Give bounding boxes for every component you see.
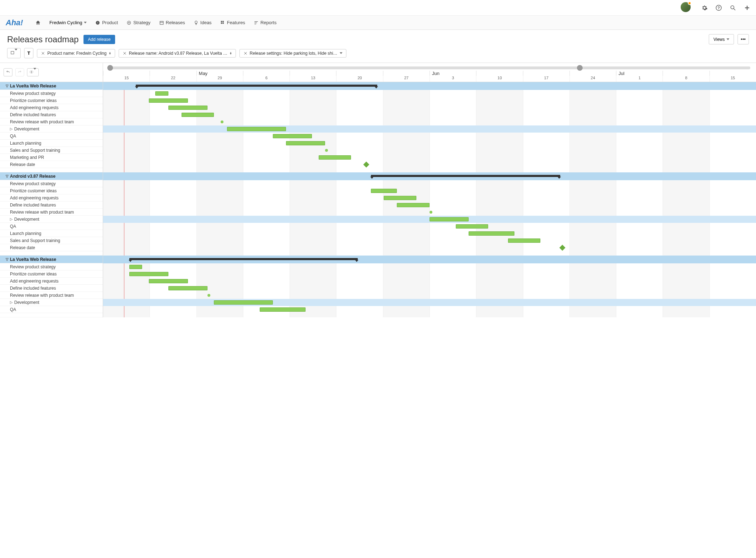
task-row[interactable]: Review product strategy	[0, 90, 103, 97]
more-button[interactable]: •••	[738, 34, 749, 44]
task-row[interactable]: Launch planning	[0, 140, 103, 147]
milestone-diamond[interactable]	[363, 162, 369, 168]
date-filter-button[interactable]	[7, 48, 21, 58]
task-row[interactable]: Add engineering requests	[0, 194, 103, 202]
summary-bar[interactable]	[129, 258, 358, 260]
task-row[interactable]: ▷Development	[0, 299, 103, 306]
task-bar[interactable]	[168, 286, 207, 290]
redo-button[interactable]	[15, 68, 24, 76]
month-label	[523, 71, 569, 76]
gear-icon[interactable]	[701, 5, 708, 11]
close-icon[interactable]	[41, 51, 45, 55]
summary-bar[interactable]	[371, 175, 560, 177]
avatar[interactable]	[681, 2, 691, 13]
release-header-row[interactable]: ▽La Vuelta Web Release	[0, 82, 103, 90]
slider-thumb-left[interactable]	[107, 65, 113, 71]
task-bar[interactable]	[508, 238, 541, 243]
row-label: Add engineering requests	[10, 195, 59, 200]
task-row[interactable]: Add engineering requests	[0, 104, 103, 111]
filter-settings[interactable]: Release settings: Hide parking lots, Hid…	[239, 49, 346, 58]
task-row[interactable]: Sales and Support training	[0, 147, 103, 154]
product-selector[interactable]: Fredwin Cycling	[49, 20, 87, 25]
task-row[interactable]: Marketing and PR	[0, 154, 103, 161]
text-filter-button[interactable]: T	[24, 48, 33, 58]
release-header-row[interactable]: ▽Android v3.87 Release	[0, 172, 103, 180]
task-bar[interactable]	[397, 203, 430, 207]
task-row[interactable]: Define included features	[0, 285, 103, 292]
task-row[interactable]: QA	[0, 306, 103, 313]
task-row[interactable]: Review product strategy	[0, 263, 103, 270]
row-label: Launch planning	[10, 141, 41, 146]
chart-row	[103, 244, 756, 251]
help-icon[interactable]: ?	[716, 5, 722, 11]
zoom-slider[interactable]	[109, 66, 750, 69]
task-row[interactable]: Review release with product team	[0, 118, 103, 125]
row-label: QA	[10, 307, 16, 312]
task-bar[interactable]	[182, 113, 214, 117]
task-row[interactable]: Prioritize customer ideas	[0, 270, 103, 278]
task-row[interactable]: Prioritize customer ideas	[0, 97, 103, 104]
task-bar[interactable]	[155, 91, 168, 96]
task-row[interactable]: Define included features	[0, 202, 103, 209]
task-row[interactable]: Review product strategy	[0, 180, 103, 187]
filter-product[interactable]: Product name: Fredwin Cycling ▲▼	[37, 49, 115, 58]
task-row[interactable]: Review release with product team	[0, 292, 103, 299]
task-bar[interactable]	[214, 300, 272, 305]
day-label: 3	[430, 76, 476, 82]
milestone-dot[interactable]	[221, 120, 223, 123]
task-row[interactable]: Add engineering requests	[0, 278, 103, 285]
views-button[interactable]: Views	[709, 34, 734, 44]
task-bar[interactable]	[273, 134, 312, 138]
task-bar[interactable]	[371, 189, 397, 193]
nav-product[interactable]: iProduct	[95, 20, 118, 25]
summary-bar[interactable]	[136, 85, 377, 87]
task-row[interactable]: Define included features	[0, 111, 103, 118]
close-icon[interactable]	[123, 51, 127, 55]
task-bar[interactable]	[129, 265, 142, 269]
settings-button[interactable]	[27, 68, 39, 76]
task-row[interactable]: Sales and Support training	[0, 237, 103, 244]
task-bar[interactable]	[149, 98, 188, 103]
plus-icon[interactable]	[744, 5, 750, 11]
milestone-diamond[interactable]	[559, 245, 565, 251]
undo-button[interactable]	[4, 68, 12, 76]
close-icon[interactable]	[243, 51, 248, 55]
task-bar[interactable]	[168, 106, 207, 110]
task-row[interactable]: ▷Development	[0, 125, 103, 133]
milestone-dot[interactable]	[430, 211, 432, 214]
task-row[interactable]: QA	[0, 133, 103, 140]
task-bar[interactable]	[456, 224, 488, 229]
task-bar[interactable]	[129, 272, 168, 276]
task-row[interactable]: Prioritize customer ideas	[0, 187, 103, 194]
task-bar[interactable]	[469, 231, 514, 236]
nav-reports[interactable]: Reports	[254, 20, 277, 25]
task-row[interactable]: ▷Development	[0, 216, 103, 223]
search-icon[interactable]	[730, 5, 736, 11]
nav-ideas[interactable]: Ideas	[194, 20, 212, 25]
task-bar[interactable]	[286, 141, 325, 145]
task-bar[interactable]	[227, 127, 286, 131]
release-header-row[interactable]: ▽La Vuelta Web Release	[0, 256, 103, 263]
add-release-button[interactable]: Add release	[83, 35, 115, 44]
task-row[interactable]: Release date	[0, 161, 103, 168]
milestone-dot[interactable]	[325, 149, 328, 152]
task-bar[interactable]	[260, 307, 306, 312]
filter-release[interactable]: Release name: Android v3.87 Release, La …	[119, 49, 236, 58]
home-icon[interactable]	[35, 20, 41, 26]
slider-thumb-right[interactable]	[577, 65, 583, 71]
milestone-dot[interactable]	[207, 294, 210, 297]
nav-features[interactable]: Features	[220, 20, 245, 25]
task-bar[interactable]	[319, 155, 351, 160]
day-label: 27	[383, 76, 430, 82]
nav-releases[interactable]: Releases	[159, 20, 185, 25]
task-row[interactable]: Release date	[0, 244, 103, 251]
task-bar[interactable]	[384, 196, 416, 200]
task-bar[interactable]	[149, 279, 188, 283]
gantt-sidebar: ▽La Vuelta Web ReleaseReview product str…	[0, 63, 103, 317]
row-label: Development	[14, 217, 39, 222]
task-row[interactable]: QA	[0, 223, 103, 230]
task-row[interactable]: Review release with product team	[0, 209, 103, 216]
nav-strategy[interactable]: Strategy	[126, 20, 150, 25]
task-bar[interactable]	[430, 217, 469, 221]
task-row[interactable]: Launch planning	[0, 230, 103, 237]
